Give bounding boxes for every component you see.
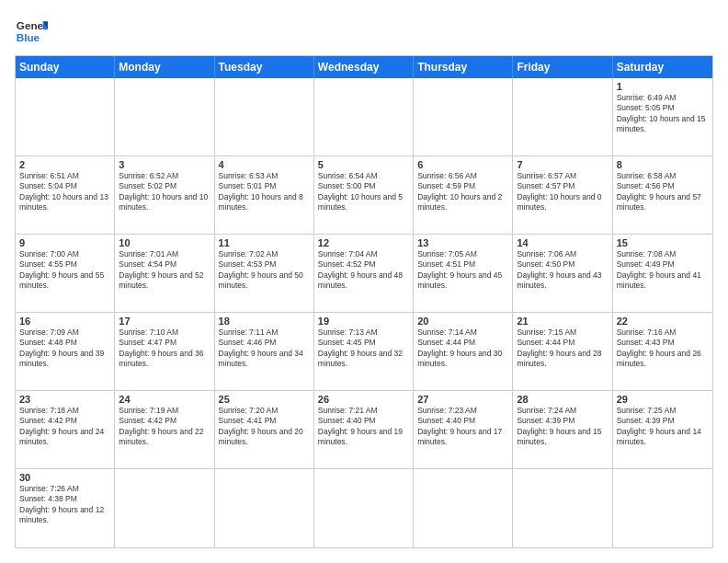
calendar-cell: 18Sunrise: 7:11 AMSunset: 4:46 PMDayligh… [215,313,314,391]
calendar-cell: 4Sunrise: 6:53 AMSunset: 5:01 PMDaylight… [215,156,314,235]
calendar-cell: 7Sunrise: 6:57 AMSunset: 4:57 PMDaylight… [513,156,612,235]
day-info: Sunrise: 7:09 AMSunset: 4:48 PMDaylight:… [19,327,110,370]
calendar-cell: 8Sunrise: 6:58 AMSunset: 4:56 PMDaylight… [613,156,712,235]
day-info: Sunrise: 7:14 AMSunset: 4:44 PMDaylight:… [417,327,508,370]
day-info: Sunrise: 7:25 AMSunset: 4:39 PMDaylight:… [617,406,709,448]
day-number: 7 [517,159,608,170]
day-number: 26 [318,394,409,405]
day-info: Sunrise: 7:19 AMSunset: 4:42 PMDaylight:… [119,406,210,448]
day-info: Sunrise: 7:00 AMSunset: 4:55 PMDaylight:… [19,249,110,292]
day-header: Wednesday [314,56,414,78]
calendar-cell: 1Sunrise: 6:49 AMSunset: 5:05 PMDaylight… [613,78,712,156]
calendar-cell [115,469,214,547]
calendar-cell [314,469,414,547]
calendar-cell: 20Sunrise: 7:14 AMSunset: 4:44 PMDayligh… [414,313,513,391]
calendar-cell [314,78,414,156]
day-info: Sunrise: 6:53 AMSunset: 5:01 PMDaylight:… [219,171,310,213]
day-info: Sunrise: 6:51 AMSunset: 5:04 PMDaylight:… [19,171,110,213]
calendar-cell: 6Sunrise: 6:56 AMSunset: 4:59 PMDaylight… [414,156,513,235]
day-number: 21 [517,316,608,327]
calendar-cell [513,78,612,156]
calendar-cell: 19Sunrise: 7:13 AMSunset: 4:45 PMDayligh… [314,313,414,391]
day-number: 19 [318,316,409,327]
day-number: 2 [19,159,110,170]
day-info: Sunrise: 7:16 AMSunset: 4:43 PMDaylight:… [617,327,709,370]
day-number: 24 [119,394,210,405]
calendar-cell: 24Sunrise: 7:19 AMSunset: 4:42 PMDayligh… [115,391,214,469]
calendar-cell: 25Sunrise: 7:20 AMSunset: 4:41 PMDayligh… [215,391,314,469]
day-number: 23 [19,394,110,405]
day-number: 8 [617,159,709,170]
day-info: Sunrise: 7:24 AMSunset: 4:39 PMDaylight:… [517,406,608,448]
day-info: Sunrise: 7:08 AMSunset: 4:49 PMDaylight:… [617,249,709,292]
calendar: SundayMondayTuesdayWednesdayThursdayFrid… [15,55,713,548]
day-number: 12 [318,237,409,248]
day-info: Sunrise: 6:54 AMSunset: 5:00 PMDaylight:… [318,171,409,213]
day-number: 6 [417,159,508,170]
day-number: 15 [617,237,709,248]
calendar-cell: 2Sunrise: 6:51 AMSunset: 5:04 PMDaylight… [16,156,115,235]
day-info: Sunrise: 7:15 AMSunset: 4:44 PMDaylight:… [517,327,608,370]
day-number: 4 [219,159,310,170]
day-number: 25 [219,394,310,405]
calendar-cell: 10Sunrise: 7:01 AMSunset: 4:54 PMDayligh… [115,235,214,313]
day-info: Sunrise: 7:18 AMSunset: 4:42 PMDaylight:… [19,406,110,448]
calendar-cell: 3Sunrise: 6:52 AMSunset: 5:02 PMDaylight… [115,156,214,235]
day-info: Sunrise: 7:10 AMSunset: 4:47 PMDaylight:… [119,327,210,370]
svg-text:Blue: Blue [17,31,40,43]
day-info: Sunrise: 7:06 AMSunset: 4:50 PMDaylight:… [517,249,608,292]
day-info: Sunrise: 7:23 AMSunset: 4:40 PMDaylight:… [417,406,508,448]
calendar-cell: 12Sunrise: 7:04 AMSunset: 4:52 PMDayligh… [314,235,414,313]
calendar-cell: 26Sunrise: 7:21 AMSunset: 4:40 PMDayligh… [314,391,414,469]
day-info: Sunrise: 7:13 AMSunset: 4:45 PMDaylight:… [318,327,409,370]
day-number: 18 [219,316,310,327]
day-info: Sunrise: 6:58 AMSunset: 4:56 PMDaylight:… [617,171,709,213]
day-number: 16 [19,316,110,327]
day-headers: SundayMondayTuesdayWednesdayThursdayFrid… [16,56,712,78]
calendar-cell: 28Sunrise: 7:24 AMSunset: 4:39 PMDayligh… [513,391,612,469]
day-header: Tuesday [215,56,314,78]
day-info: Sunrise: 7:01 AMSunset: 4:54 PMDaylight:… [119,249,210,292]
day-number: 22 [617,316,709,327]
day-header: Saturday [613,56,712,78]
calendar-cell [215,78,314,156]
day-header: Monday [115,56,214,78]
calendar-cell: 16Sunrise: 7:09 AMSunset: 4:48 PMDayligh… [16,313,115,391]
day-info: Sunrise: 7:20 AMSunset: 4:41 PMDaylight:… [219,406,310,448]
day-info: Sunrise: 7:02 AMSunset: 4:53 PMDaylight:… [219,249,310,292]
calendar-cell: 5Sunrise: 6:54 AMSunset: 5:00 PMDaylight… [314,156,414,235]
day-number: 27 [417,394,508,405]
day-number: 14 [517,237,608,248]
calendar-cell: 22Sunrise: 7:16 AMSunset: 4:43 PMDayligh… [613,313,712,391]
calendar-cell: 14Sunrise: 7:06 AMSunset: 4:50 PMDayligh… [513,235,612,313]
calendar-cell: 23Sunrise: 7:18 AMSunset: 4:42 PMDayligh… [16,391,115,469]
calendar-cell: 29Sunrise: 7:25 AMSunset: 4:39 PMDayligh… [613,391,712,469]
day-info: Sunrise: 7:04 AMSunset: 4:52 PMDaylight:… [318,249,409,292]
day-info: Sunrise: 6:57 AMSunset: 4:57 PMDaylight:… [517,171,608,213]
calendar-grid: 1Sunrise: 6:49 AMSunset: 5:05 PMDaylight… [16,78,712,547]
day-info: Sunrise: 6:52 AMSunset: 5:02 PMDaylight:… [119,171,210,213]
calendar-cell [414,469,513,547]
day-number: 10 [119,237,210,248]
day-number: 11 [219,237,310,248]
calendar-cell: 27Sunrise: 7:23 AMSunset: 4:40 PMDayligh… [414,391,513,469]
day-number: 1 [617,81,709,92]
day-info: Sunrise: 7:21 AMSunset: 4:40 PMDaylight:… [318,406,409,448]
day-number: 28 [517,394,608,405]
calendar-cell: 17Sunrise: 7:10 AMSunset: 4:47 PMDayligh… [115,313,214,391]
calendar-cell: 11Sunrise: 7:02 AMSunset: 4:53 PMDayligh… [215,235,314,313]
day-info: Sunrise: 6:56 AMSunset: 4:59 PMDaylight:… [417,171,508,213]
calendar-cell [16,78,115,156]
calendar-cell [414,78,513,156]
day-info: Sunrise: 7:11 AMSunset: 4:46 PMDaylight:… [219,327,310,370]
day-header: Friday [513,56,612,78]
day-info: Sunrise: 7:26 AMSunset: 4:38 PMDaylight:… [19,484,110,526]
day-number: 20 [417,316,508,327]
calendar-cell [215,469,314,547]
day-number: 30 [19,472,110,483]
day-number: 29 [617,394,709,405]
day-number: 13 [417,237,508,248]
day-number: 9 [19,237,110,248]
day-info: Sunrise: 7:05 AMSunset: 4:51 PMDaylight:… [417,249,508,292]
day-number: 3 [119,159,210,170]
